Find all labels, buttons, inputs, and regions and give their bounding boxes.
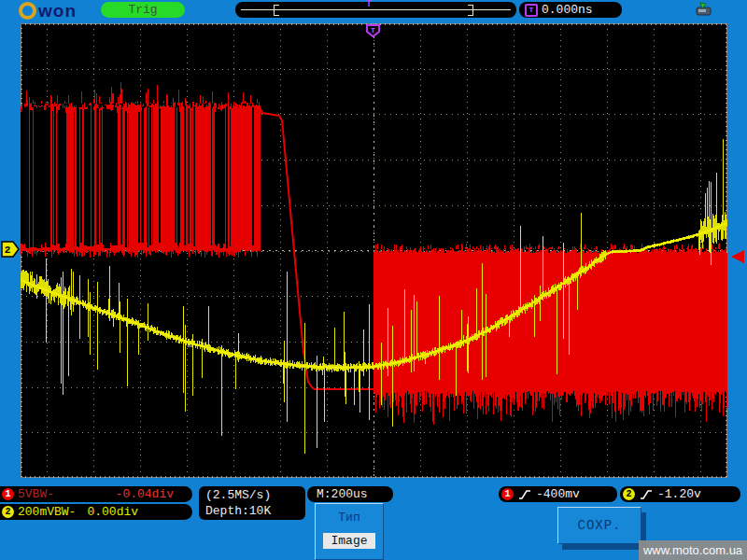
trigger2-level: -1.20v <box>657 487 701 501</box>
trigger-position-marker-label: T <box>371 26 375 35</box>
memory-depth: Depth:10K <box>205 503 305 519</box>
sample-rate: (2.5MS/s) <box>205 487 305 503</box>
trig-status-indicator: Trig <box>101 2 185 18</box>
channel2-badge: 2 <box>2 506 14 518</box>
trigger-time-value: 0.000ns <box>542 3 593 17</box>
menu-type-value[interactable]: Image <box>323 533 375 549</box>
rising-edge-icon <box>640 488 653 500</box>
rising-edge-icon <box>518 488 531 500</box>
trigger-t-icon: T <box>525 4 538 17</box>
channel2-readout: 2 200mVBW- 0.00div <box>0 504 192 520</box>
trigger2-readout: 2 -1.20v <box>620 486 740 502</box>
channel1-scale: 5VBW- <box>18 487 54 501</box>
oscilloscope-screen: won Trig T T 0.000ns T 2 1 5VBW- -0.04di… <box>0 0 747 560</box>
window-left-bracket <box>274 5 279 16</box>
trigger1-badge: 1 <box>501 488 514 500</box>
save-button[interactable]: СОХР. <box>557 507 641 544</box>
channel1-badge: 1 <box>2 488 14 500</box>
channel1-readout: 1 5VBW- -0.04div <box>0 486 192 502</box>
trigger-time-readout: T 0.000ns <box>519 2 622 18</box>
trigger-position-marker[interactable]: T <box>366 24 381 38</box>
menu-type-label: Тип <box>316 511 383 525</box>
trigger2-badge: 2 <box>623 488 635 500</box>
memory-trigger-marker[interactable]: T <box>366 0 372 9</box>
watermark: www.moto.com.ua <box>639 540 747 560</box>
usb-storage-icon <box>694 2 713 17</box>
channel2-scale: 200mVBW- <box>18 505 76 519</box>
waveform-display <box>21 23 727 478</box>
trigger1-readout: 1 -400mv <box>499 486 617 502</box>
timebase-value: M:200us <box>317 487 368 501</box>
acquisition-readout: (2.5MS/s) Depth:10K <box>199 486 305 520</box>
trig-status-label: Trig <box>128 3 157 17</box>
channel1-offset: -0.04div <box>116 487 174 501</box>
waveform-plot <box>21 23 727 478</box>
timebase-readout: M:200us <box>307 486 393 502</box>
channel2-position-marker[interactable]: 2 <box>1 240 21 259</box>
window-right-bracket <box>468 5 473 16</box>
save-menu-panel: Тип Image <box>315 503 384 560</box>
channel2-position-marker-label: 2 <box>5 245 11 256</box>
channel1-trigger-level-arrow[interactable] <box>728 248 745 265</box>
trigger1-level: -400mv <box>536 487 580 501</box>
owon-logo-text: won <box>38 2 77 20</box>
owon-logo: won <box>19 1 77 21</box>
owon-logo-o-icon <box>19 2 36 20</box>
memory-position-bar[interactable]: T <box>235 2 516 18</box>
channel2-offset: 0.00div <box>87 505 138 519</box>
